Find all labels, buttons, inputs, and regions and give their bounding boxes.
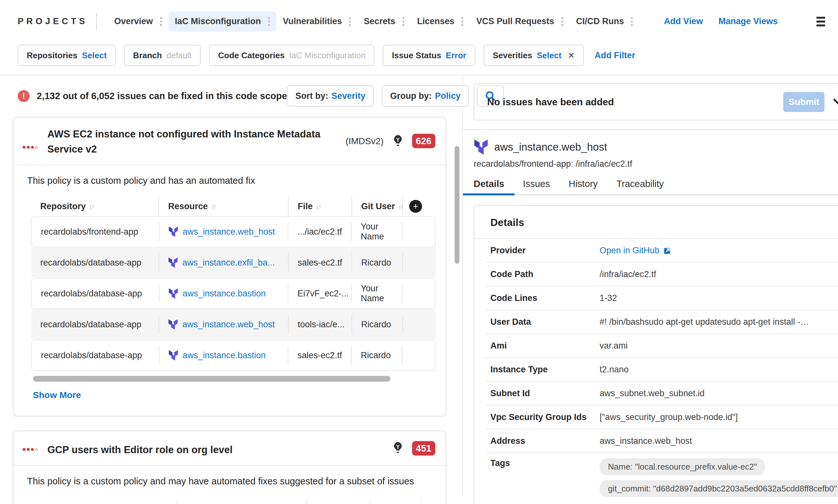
nav-tab-cicd-runs[interactable]: CI/CD Runs (570, 11, 639, 32)
detail-tabs: Details Issues History Traceability (463, 177, 838, 195)
kebab-menu-icon[interactable] (561, 17, 563, 26)
active-tab-underline (463, 194, 514, 195)
vertical-scrollbar[interactable] (455, 146, 459, 264)
issue-count-badge: 451 (412, 441, 435, 455)
empty-state-text: No issues have been added (487, 96, 614, 108)
table-row[interactable]: recardolabs/database-app aws_instance.ex… (31, 247, 435, 278)
detail-row-address: Address aws_instance.web_host (485, 429, 838, 453)
tab-details[interactable]: Details (474, 177, 504, 194)
filter-chip-branch[interactable]: Branch default (124, 45, 201, 66)
detail-row-vpc-security-group-ids: Vpc Security Group Ids ["aws_security_gr… (485, 406, 838, 429)
lightbulb-icon[interactable] (393, 134, 403, 147)
policy-title: GCP users with Editor role on org level (47, 442, 349, 457)
table-row[interactable]: recardolabs/database-app aws_instance.we… (31, 309, 435, 340)
kebab-menu-icon[interactable] (461, 17, 463, 26)
detail-row-ami: Ami var.ami (485, 334, 838, 358)
tab-traceability[interactable]: Traceability (616, 177, 664, 194)
severity-dots-icon (22, 146, 38, 149)
issues-table: Repository↓↑ Resource↓↑ File↓↑ Git User↓… (31, 196, 435, 382)
resource-link[interactable]: aws_instance.bastion (183, 289, 266, 299)
manage-views-link[interactable]: Manage Views (718, 16, 778, 26)
resource-link[interactable]: aws_instance.bastion (183, 350, 266, 360)
policy-card-gcp-editor-role: GCP users with Editor role on org level … (13, 431, 446, 504)
sort-icon[interactable]: ↓↑ (316, 203, 321, 210)
add-view-link[interactable]: Add View (664, 16, 703, 26)
top-nav: PROJECTS Overview IaC Misconfiguration V… (0, 0, 838, 43)
sort-by-button[interactable]: Sort by: Severity (287, 85, 374, 107)
nav-tab-licenses[interactable]: Licenses (411, 11, 470, 32)
submit-button[interactable]: Submit (783, 92, 824, 112)
resource-link[interactable]: aws_instance.web_host (182, 320, 275, 329)
kebab-menu-icon[interactable] (403, 17, 404, 26)
lightbulb-icon[interactable] (393, 442, 403, 455)
page: PROJECTS Overview IaC Misconfiguration V… (0, 0, 838, 504)
resource-name: aws_instance.web_host (494, 141, 607, 153)
table-row[interactable]: recardolabs/database-app aws_instance.ba… (31, 278, 435, 309)
policy-title-suffix: (IMDSv2) (345, 136, 383, 146)
kebab-menu-icon[interactable] (349, 17, 351, 26)
policy-title: AWS EC2 instance not configured with Ins… (47, 126, 349, 157)
add-filter-link[interactable]: Add Filter (595, 51, 635, 60)
resource-link[interactable]: aws_instance.web_host (183, 227, 275, 237)
table-row[interactable]: recardolabs/frontend-app aws_instance.we… (31, 216, 435, 247)
show-more-link[interactable]: Show More (33, 390, 81, 400)
detail-row-subnet-id: Subnet Id aws_subnet.web_subnet.id (485, 382, 838, 406)
detail-row-tags: Tags Name: "local.resource_prefix.value-… (485, 453, 838, 504)
sort-icon[interactable]: ↓↑ (211, 203, 216, 210)
column-header-resource[interactable]: Resource↓↑ (159, 196, 289, 216)
kebab-menu-icon[interactable] (160, 17, 162, 26)
group-by-button[interactable]: Group by: Policy (382, 85, 469, 107)
table-row[interactable]: recardolabs/database-app aws_instance.ba… (31, 340, 435, 371)
column-header-file[interactable]: File↓↑ (289, 196, 352, 216)
severity-dots-icon (22, 448, 38, 451)
brand-projects: PROJECTS (18, 16, 88, 26)
resource-path: recardolabs/frontend-app: /infra/iac/ec2… (474, 159, 838, 169)
tab-history[interactable]: History (569, 177, 598, 194)
details-heading: Details (474, 206, 838, 238)
policy-description: This policy is a custom policy and has a… (14, 165, 446, 194)
terraform-icon (169, 350, 178, 361)
column-header-git-user[interactable]: Git User↓↑ (352, 196, 403, 216)
filter-chip-severities[interactable]: Severities Select ✕ (484, 45, 583, 66)
detail-row-instance-type: Instance Type t2.nano (485, 358, 838, 382)
issues-panel: ! 2,132 out of 6,052 issues can be fixed… (0, 76, 463, 496)
kebab-menu-icon[interactable] (631, 17, 633, 26)
policy-card-header[interactable]: GCP users with Editor role on org level … (14, 431, 446, 465)
add-column-button[interactable]: + (409, 200, 422, 213)
open-in-github-link[interactable]: Open in GitHub (600, 246, 672, 255)
filter-chip-code-categories[interactable]: Code Categories IaC Misconfiguration (209, 45, 375, 66)
terraform-icon (169, 288, 178, 299)
terraform-icon (169, 226, 178, 237)
tab-issues[interactable]: Issues (523, 177, 550, 194)
kebab-menu-icon[interactable] (268, 17, 270, 26)
remove-filter-icon[interactable]: ✕ (568, 51, 575, 60)
table-header-row (31, 500, 434, 504)
nav-tab-overview[interactable]: Overview (108, 11, 169, 32)
column-header-repository[interactable]: Repository↓↑ (31, 196, 159, 216)
nav-tab-vcs-pull-requests[interactable]: VCS Pull Requests (470, 11, 570, 32)
nav-tab-iac-misconfiguration[interactable]: IaC Misconfiguration (169, 11, 276, 32)
details-card: Details Provider Open in GitHub Code Pat… (474, 205, 838, 504)
filter-chip-repositories[interactable]: Repositories Select (18, 45, 116, 66)
issue-count-badge: 626 (412, 134, 435, 148)
policy-card-header[interactable]: AWS EC2 instance not configured with Ins… (14, 118, 446, 164)
detail-row-user-data: User Data #! /bin/bashsudo apt-get updat… (485, 310, 838, 334)
horizontal-scrollbar[interactable] (33, 376, 391, 382)
chevron-down-icon[interactable] (833, 98, 838, 106)
error-count-icon: ! (18, 90, 30, 102)
content: ! 2,132 out of 6,052 issues can be fixed… (0, 76, 838, 496)
nav-tab-secrets[interactable]: Secrets (357, 11, 411, 32)
resource-link[interactable]: aws_instance.exfil_ba... (182, 258, 275, 268)
policy-card-imdsv2: AWS EC2 instance not configured with Ins… (13, 117, 446, 416)
terraform-icon (168, 257, 178, 268)
filter-chip-issue-status[interactable]: Issue Status Error (383, 45, 475, 66)
submit-card: No issues have been added Submit (474, 83, 838, 120)
sort-icon[interactable]: ↓↑ (398, 203, 403, 210)
external-link-icon (663, 246, 672, 255)
detail-row-code-path: Code Path /infra/iac/ec2.tf (485, 263, 838, 286)
nav-tab-vulnerabilities[interactable]: Vulnerabilities (276, 11, 358, 32)
sort-icon[interactable]: ↓↑ (89, 203, 93, 210)
hamburger-menu-icon[interactable] (817, 17, 825, 26)
summary-row: ! 2,132 out of 6,052 issues can be fixed… (0, 85, 462, 107)
resource-header: aws_instance.web_host recardolabs/fronte… (463, 130, 838, 169)
